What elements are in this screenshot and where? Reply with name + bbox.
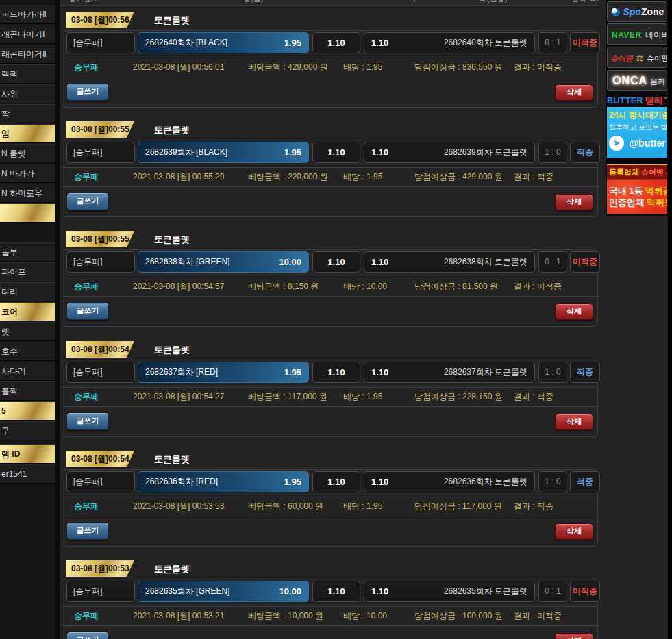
bet-row: [승무패] 2682638회차 [GREEN] 10.00 1.10 1.10 … — [66, 251, 595, 273]
sidebar-item[interactable]: 램 ID — [0, 444, 55, 464]
sidebar-item[interactable]: 사위 — [0, 84, 55, 103]
sidebar-item[interactable]: 래곤타이거Ⅱ — [0, 45, 55, 64]
away-option-box[interactable]: 1.10 2682640회차 토큰룰렛 — [364, 32, 535, 53]
picked-option-box[interactable]: 2682637회차 [RED] 1.95 — [138, 362, 309, 383]
away-option-box[interactable]: 1.10 2682635회차 토큰룰렛 — [364, 581, 535, 602]
sidebar-item[interactable]: 피드바카라Ⅱ — [0, 5, 55, 24]
draw-odds-box[interactable]: 1.10 — [312, 142, 360, 163]
sidebar-divider — [55, 0, 60, 639]
pick-odds: 1.95 — [284, 142, 301, 162]
write-button[interactable]: 글쓰기 — [66, 302, 109, 320]
delete-button[interactable]: 삭제 — [555, 523, 593, 540]
detail-odds: 배당 : 1.95 — [343, 58, 382, 77]
draw-odds-box[interactable]: 1.10 — [312, 471, 360, 492]
game-title: 토큰룰렛 — [154, 563, 190, 575]
status-badge: 적중 — [570, 362, 600, 383]
draw-odds-box[interactable]: 1.10 — [312, 581, 360, 602]
bet-card: 03-08 [월]00:55 토큰룰렛 [승무패] 2682639회차 [BLA… — [60, 121, 599, 231]
detail-market: 승무패 — [74, 497, 99, 516]
game-title: 토큰룰렛 — [154, 124, 190, 136]
away-odds: 1.10 — [371, 252, 388, 272]
delete-button[interactable]: 삭제 — [555, 84, 593, 101]
sidebar-item[interactable]: N 바카라 — [0, 164, 55, 183]
detail-market: 승무패 — [74, 58, 99, 77]
sidebar-item[interactable]: 5 — [0, 401, 55, 421]
sidebar-item[interactable]: 임 — [0, 124, 55, 143]
away-option-box[interactable]: 1.10 2682637회차 토큰룰렛 — [364, 362, 535, 383]
delete-button[interactable]: 삭제 — [555, 194, 593, 210]
ad-butter-headline[interactable]: BUTTER텔레그램 — [607, 93, 667, 106]
picked-option-box[interactable]: 2682640회차 [BLACK] 1.95 — [138, 32, 309, 53]
detail-odds: 배당 : 10.00 — [343, 607, 387, 625]
write-button[interactable]: 글쓰기 — [66, 522, 109, 540]
draw-odds-box[interactable]: 1.10 — [312, 251, 360, 273]
away-option-box[interactable]: 1.10 2682639회차 토큰룰렛 — [364, 142, 535, 163]
away-option-box[interactable]: 1.10 2682636회차 토큰룰렛 — [364, 471, 535, 492]
detail-result: 결과 : 미적중 — [514, 607, 562, 625]
market-box: [승무패] — [66, 471, 135, 492]
draw-odds-box[interactable]: 1.10 — [312, 32, 360, 53]
sidebar-item[interactable]: 놀부 — [0, 242, 55, 262]
betting-board-screen: 피드바카라Ⅱ래곤타이거Ⅰ래곤타이거Ⅱ랙잭사위짝임N 룰렛N 바카라N 하이로우놀… — [0, 0, 672, 639]
card-actions: 글쓰기 삭제 — [62, 83, 599, 101]
picked-option-box[interactable]: 2682639회차 [BLACK] 1.95 — [138, 142, 309, 163]
delete-button[interactable]: 삭제 — [555, 303, 593, 320]
bet-time-badge: 03-08 [월]00:55 — [66, 121, 134, 138]
delete-button[interactable]: 삭제 — [555, 633, 593, 639]
delete-button[interactable]: 삭제 — [555, 414, 593, 430]
bet-detail-row: 승무패 2021-03-08 [월] 00:54:27 베팅금액 : 117,0… — [62, 387, 599, 407]
sidebar-item[interactable]: 홀짝 — [0, 381, 55, 401]
bet-time-badge: 03-08 [월]00:56 — [66, 12, 134, 28]
banner-top-left: 등록업체 — [609, 168, 639, 176]
bet-detail-row: 승무패 2021-03-08 [월] 00:55:29 베팅금액 : 220,0… — [62, 167, 599, 187]
sidebar-item[interactable]: 다리 — [0, 282, 55, 301]
sidebar-item[interactable]: N 룰렛 — [0, 144, 55, 163]
ad-naver[interactable]: NAVER네이버 — [607, 23, 667, 45]
draw-odds-box[interactable]: 1.10 — [312, 362, 360, 383]
detail-datetime: 2021-03-08 [월] 00:54:27 — [133, 388, 224, 406]
sidebar-item[interactable]: 파이프 — [0, 262, 55, 281]
sidebar-item[interactable]: 코어 — [0, 302, 55, 321]
sureman-label: 슈어맨2 — [647, 54, 667, 62]
bet-detail-row: 승무패 2021-03-08 [월] 00:56:01 베팅금액 : 429,0… — [62, 58, 599, 77]
column-header-draw: 무 — [411, 0, 419, 4]
column-header-away: 패(원정) — [480, 0, 507, 4]
sureman-logo: 슈어맨 — [610, 54, 633, 62]
detail-bet-amount: 베팅금액 : 8,150 원 — [248, 277, 319, 296]
market-box: [승무패] — [66, 581, 135, 602]
write-button[interactable]: 글쓰기 — [66, 631, 109, 639]
picked-option-box[interactable]: 2682635회차 [GREEN] 10.00 — [138, 581, 309, 602]
sidebar-item[interactable] — [0, 203, 55, 223]
ad-sureman[interactable]: 슈어맨 ⚖ 슈어맨2 — [607, 47, 667, 68]
sidebar-item[interactable]: 구 — [0, 421, 55, 440]
banner-l2b: 먹튀보 — [647, 197, 667, 208]
onca-logo: ONCA — [612, 75, 647, 86]
ad-verification-banner[interactable]: 등록업체슈어맨 사 국내 1등먹튀검 인증업체먹튀보 — [607, 164, 667, 214]
away-odds: 1.10 — [371, 362, 388, 382]
detail-bet-amount: 베팅금액 : 117,000 원 — [248, 388, 327, 406]
bet-detail-row: 승무패 2021-03-08 [월] 00:54:57 베팅금액 : 8,150… — [62, 277, 599, 297]
picked-option-box[interactable]: 2682638회차 [GREEN] 10.00 — [138, 251, 309, 273]
sidebar-item[interactable]: 래곤타이거Ⅰ — [0, 25, 55, 44]
sidebar-item[interactable]: 호수 — [0, 342, 55, 361]
write-button[interactable]: 글쓰기 — [66, 412, 109, 430]
score-box: 0 : 1 — [538, 251, 567, 273]
sidebar-item[interactable]: er1541 — [0, 464, 55, 484]
bet-time-badge: 03-08 [월]00:54 — [66, 451, 134, 467]
sidebar-item[interactable]: N 하이로우 — [0, 184, 55, 203]
ad-onca[interactable]: ONCA온카 — [607, 70, 667, 91]
game-title: 토큰룰렛 — [154, 453, 190, 466]
picked-option-box[interactable]: 2682636회차 [RED] 1.95 — [138, 471, 309, 492]
sidebar-item[interactable]: 짝 — [0, 104, 55, 123]
write-button[interactable]: 글쓰기 — [66, 192, 109, 210]
sidebar-item[interactable]: 사다리 — [0, 362, 55, 381]
sidebar-item[interactable]: 렛 — [0, 322, 55, 341]
ad-butter-telegram-banner[interactable]: 24시 항시대기중 친추하고 포인트 받자 ➤ @butter — [607, 107, 667, 158]
detail-bet-amount: 베팅금액 : 10,000 원 — [248, 607, 323, 625]
detail-market: 승무패 — [74, 168, 99, 186]
away-option-box[interactable]: 1.10 2682638회차 토큰룰렛 — [364, 251, 535, 273]
sidebar-item[interactable]: 랙잭 — [0, 64, 55, 84]
write-button[interactable]: 글쓰기 — [66, 83, 109, 101]
pick-odds: 1.95 — [284, 33, 301, 53]
ad-spozone[interactable]: SpoZone — [607, 1, 667, 22]
